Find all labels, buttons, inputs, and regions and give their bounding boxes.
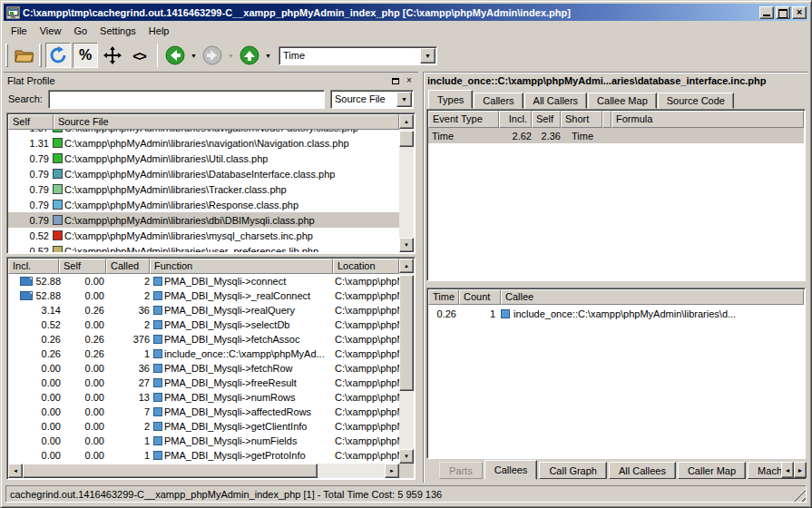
column-header-incl[interactable]: Incl. [499,111,532,128]
table-row[interactable]: 0.000.0036PMA_DBI_Mysqli->fetchRowC:\xam… [8,361,399,376]
chevron-down-icon[interactable]: ▼ [420,48,435,64]
table-row[interactable]: 52.880.002PMA_DBI_Mysqli->connectC:\xamp… [8,274,399,288]
column-header-short[interactable]: Short [561,111,602,128]
relative-cost-button[interactable]: <> [127,43,152,68]
scroll-left-icon[interactable]: ◄ [8,464,23,478]
event-type-row[interactable]: Time 2.62 2.36 Time [428,128,804,143]
menu-item-help[interactable]: Help [142,24,176,38]
function-vscrollbar[interactable]: ▲ ▼ [399,259,414,464]
table-row[interactable]: 0.000.001PMA_DBI_Mysqli->numFieldsC:\xam… [8,434,399,448]
list-item[interactable]: 0.79C:\xampp\phpMyAdmin\libraries\Tracke… [8,181,399,197]
back-dropdown-caret[interactable]: ▼ [189,43,199,68]
group-by-combobox[interactable]: Source File ▼ [330,90,414,109]
scrollbar-thumb[interactable] [23,464,318,478]
event-type-combobox[interactable]: Time ▼ [279,46,437,65]
table-row[interactable]: 0.000.0027PMA_DBI_Mysqli->freeResultC:\x… [8,376,399,390]
function-cell: PMA_DBI_Mysqli->realQuery [153,305,335,316]
column-header-self[interactable]: Self [59,259,106,274]
list-item[interactable]: 0.79C:\xampp\phpMyAdmin\libraries\dbi\DB… [8,212,399,228]
minimize-button[interactable] [759,6,774,19]
column-header-self[interactable]: Self [532,111,561,128]
column-header-spacer[interactable] [602,111,611,128]
tab-all-callees[interactable]: All Callees [609,462,676,479]
column-header-formula[interactable]: Formula [611,111,804,128]
column-header-count[interactable]: Count [459,289,501,305]
tab-scroll-right-icon[interactable]: ► [794,462,807,478]
forward-button[interactable] [200,43,225,68]
callee-row[interactable]: 0.26 1 include_once::C:\xampp\phpMyAdmin… [428,306,804,321]
column-header-callee[interactable]: Callee [501,289,804,305]
list-item[interactable]: 0.79C:\xampp\phpMyAdmin\libraries\Util.c… [8,151,399,166]
scroll-down-icon[interactable]: ▼ [399,449,414,464]
tab-callees[interactable]: Callees [484,460,538,480]
column-header-location[interactable]: Location [333,259,399,274]
location-value: C:\xampp\phpMy [335,348,399,359]
tab-callee-map[interactable]: Callee Map [588,93,657,109]
column-header-event-type[interactable]: Event Type [428,111,499,128]
scroll-down-icon[interactable]: ▼ [399,238,414,252]
list-item[interactable]: 0.52C:\xampp\phpMyAdmin\libraries\user_p… [8,243,399,252]
close-button[interactable]: × [792,6,807,19]
menu-item-file[interactable]: File [5,24,34,38]
up-dropdown-caret[interactable]: ▼ [263,43,273,68]
reload-button[interactable] [45,43,71,68]
list-item[interactable]: 1.31C:\xampp\phpMyAdmin\libraries\naviga… [8,135,399,151]
forward-dropdown-caret[interactable]: ▼ [226,43,236,68]
column-header-called[interactable]: Called [106,259,150,274]
search-input[interactable] [48,90,325,109]
column-header-incl[interactable]: Incl. [8,259,59,274]
tab-callers[interactable]: Callers [474,93,523,109]
chevron-down-icon[interactable]: ▼ [396,92,412,107]
menu-item-go[interactable]: Go [67,24,93,38]
scrollbar-thumb[interactable] [399,275,414,391]
title-bar[interactable]: C:\xampp\tmp\cachegrind.out.1416463299-C… [4,4,808,21]
percent-toggle-button[interactable]: % [73,43,98,68]
scroll-right-icon[interactable]: ► [385,464,399,478]
function-name: PMA_DBI_Mysqli->affectedRows [164,406,311,417]
list-item[interactable]: 0.52C:\xampp\phpMyAdmin\libraries\mysql_… [8,228,399,243]
dock-close-button[interactable]: × [404,75,415,86]
expand-cost-button[interactable] [100,43,125,68]
tab-caller-map[interactable]: Caller Map [678,462,746,479]
tab-parts: Parts [439,462,483,479]
function-icon [153,407,162,416]
list-item[interactable]: 0.79C:\xampp\phpMyAdmin\libraries\Respon… [8,197,399,212]
menu-item-view[interactable]: View [34,24,68,38]
maximize-button[interactable] [776,6,790,19]
table-row[interactable]: 0.260.26376PMA_DBI_Mysqli->fetchAssocC:\… [8,332,399,347]
scroll-up-icon[interactable]: ▲ [399,259,414,273]
table-row[interactable]: 52.880.002PMA_DBI_Mysqli->_realConnectC:… [8,288,399,303]
toolbar-grip[interactable] [39,44,42,67]
back-button[interactable] [162,43,188,68]
up-button[interactable] [237,43,262,68]
dock-title-bar[interactable]: Flat Profile × [5,73,417,87]
dock-float-button[interactable] [390,75,401,86]
scrollbar-thumb[interactable] [399,131,414,147]
table-row[interactable]: 0.260.261include_once::C:\xampp\phpMyAd.… [8,347,399,361]
list-item[interactable]: 0.79C:\xampp\phpMyAdmin\libraries\Databa… [8,166,399,181]
table-row[interactable]: 0.000.007PMA_DBI_Mysqli->affectedRowsC:\… [8,405,399,419]
table-row[interactable]: 0.000.001PMA_DBI_Mysqli->getProtoInfoC:\… [8,448,399,463]
tab-scroll-left-icon[interactable]: ◄ [781,462,794,478]
scroll-up-icon[interactable]: ▲ [399,114,414,129]
tab-types[interactable]: Types [428,90,473,109]
function-hscrollbar[interactable]: ◄ ► [8,464,399,478]
open-file-button[interactable] [12,43,37,68]
toolbar-grip[interactable] [5,44,8,67]
column-header-time[interactable]: Time [428,289,459,305]
function-name: PMA_DBI_Mysqli->freeResult [164,377,297,388]
column-header-self[interactable]: Self [8,114,54,130]
table-row[interactable]: 3.140.2636PMA_DBI_Mysqli->realQueryC:\xa… [8,303,399,318]
tab-call-graph[interactable]: Call Graph [539,462,607,479]
column-header-source-file[interactable]: Source File [54,114,399,130]
table-row[interactable]: 0.000.0013PMA_DBI_Mysqli->numRowsC:\xamp… [8,390,399,405]
toolbar: % <> ▼ ▼ [5,40,807,71]
tab-source-code[interactable]: Source Code [658,93,734,109]
column-header-function[interactable]: Function [150,259,333,274]
file-list-vscrollbar[interactable]: ▲ ▼ [399,114,414,252]
table-row[interactable]: 0.000.002PMA_DBI_Mysqli->getClientInfoC:… [8,419,399,434]
tab-all-callers[interactable]: All Callers [524,93,588,109]
table-row[interactable]: 0.520.002PMA_DBI_Mysqli->selectDbC:\xamp… [8,318,399,332]
menu-item-settings[interactable]: Settings [93,24,142,38]
function-name: PMA_DBI_Mysqli->selectDb [164,319,289,330]
